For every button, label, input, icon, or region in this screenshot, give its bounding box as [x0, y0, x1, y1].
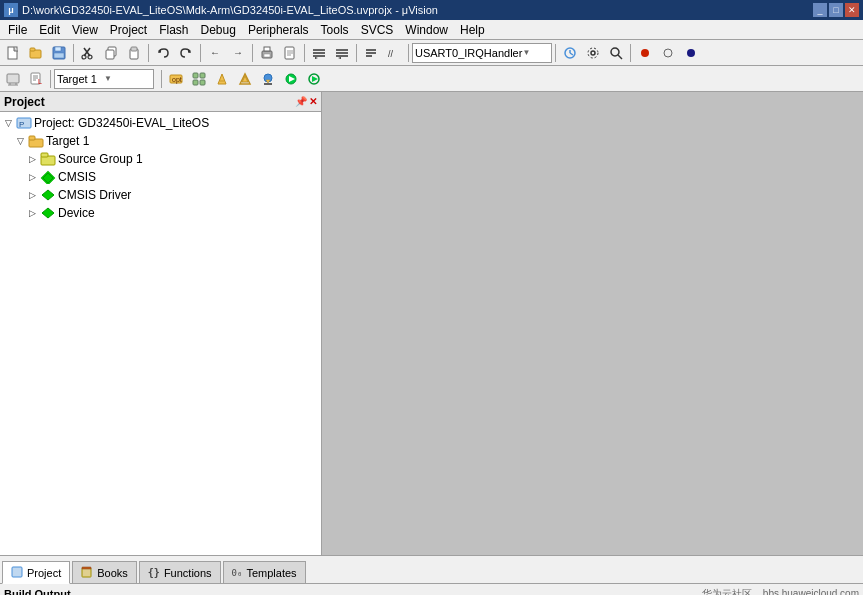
tb2-sep2 — [161, 70, 162, 88]
build-button[interactable] — [211, 68, 233, 90]
tree-label-cmsis: CMSIS — [58, 170, 96, 184]
functions-tab-label: Functions — [164, 567, 212, 579]
project-panel-title: Project — [4, 95, 45, 109]
settings-button[interactable] — [582, 42, 604, 64]
play-button[interactable] — [657, 42, 679, 64]
function-dropdown[interactable]: USART0_IRQHandler ▼ — [412, 43, 552, 63]
tab-project[interactable]: Project — [2, 561, 70, 584]
svg-point-8 — [82, 55, 86, 59]
svg-marker-80 — [42, 208, 54, 218]
svg-rect-5 — [54, 53, 64, 58]
target-icon — [28, 134, 44, 148]
nav-back-button[interactable]: ← — [204, 42, 226, 64]
tree-item-project[interactable]: ▽ P Project: GD32450i-EVAL_LiteOS — [0, 114, 321, 132]
tb2-btn1[interactable] — [2, 68, 24, 90]
tree-item-cmsis[interactable]: ▷ CMSIS — [0, 168, 321, 186]
toggle-device[interactable]: ▷ — [26, 207, 38, 219]
project-panel-header: Project 📌 ✕ — [0, 92, 321, 112]
goto-button[interactable] — [559, 42, 581, 64]
uncomment-button[interactable]: // — [383, 42, 405, 64]
menu-item-window[interactable]: Window — [399, 21, 454, 39]
toggle-target1[interactable]: ▽ — [14, 135, 26, 147]
tree-item-cmsis-driver[interactable]: ▷ CMSIS Driver — [0, 186, 321, 204]
svg-line-37 — [570, 53, 573, 55]
outdent-button[interactable] — [331, 42, 353, 64]
search-button[interactable] — [605, 42, 627, 64]
svg-rect-56 — [193, 73, 198, 78]
menu-item-edit[interactable]: Edit — [33, 21, 66, 39]
indent-button[interactable] — [308, 42, 330, 64]
menu-item-svcs[interactable]: SVCS — [355, 21, 400, 39]
menu-item-tools[interactable]: Tools — [315, 21, 355, 39]
website-text: bbs.huaweicloud.com — [763, 588, 859, 596]
app-icon: μ — [4, 3, 18, 17]
svg-rect-57 — [200, 73, 205, 78]
svg-marker-79 — [42, 190, 54, 200]
menu-item-debug[interactable]: Debug — [195, 21, 242, 39]
templates-tab-label: Templates — [246, 567, 296, 579]
close-button[interactable]: ✕ — [845, 3, 859, 17]
target-dropdown[interactable]: Target 1 ▼ — [54, 69, 154, 89]
target-dropdown-arrow: ▼ — [104, 74, 151, 83]
print-button[interactable] — [256, 42, 278, 64]
toolbar-separator — [73, 44, 74, 62]
rebuild-button[interactable] — [234, 68, 256, 90]
toggle-cmsis[interactable]: ▷ — [26, 171, 38, 183]
toggle-cmsis-driver[interactable]: ▷ — [26, 189, 38, 201]
debug-button[interactable] — [280, 68, 302, 90]
tree-item-source-group[interactable]: ▷ Source Group 1 — [0, 150, 321, 168]
svg-rect-2 — [30, 48, 35, 51]
toolbar-separator-9 — [630, 44, 631, 62]
undo-button[interactable] — [152, 42, 174, 64]
save-button[interactable] — [48, 42, 70, 64]
tree-item-device[interactable]: ▷ Device — [0, 204, 321, 222]
toggle-project[interactable]: ▽ — [2, 117, 14, 129]
manage-components-button[interactable] — [188, 68, 210, 90]
copy-button[interactable] — [100, 42, 122, 64]
svg-text://: // — [388, 49, 394, 59]
svg-point-44 — [687, 49, 695, 57]
tab-books[interactable]: Books — [72, 561, 137, 583]
editor-area — [322, 92, 863, 555]
redo-button[interactable] — [175, 42, 197, 64]
svg-marker-30 — [338, 57, 341, 59]
cut-button[interactable] — [77, 42, 99, 64]
panel-close-button[interactable]: ✕ — [309, 96, 317, 107]
pin-button[interactable]: 📌 — [295, 96, 307, 107]
svg-point-40 — [611, 48, 619, 56]
menu-item-file[interactable]: File — [2, 21, 33, 39]
open-file-button[interactable] — [25, 42, 47, 64]
tree-label-target1: Target 1 — [46, 134, 89, 148]
menu-item-view[interactable]: View — [66, 21, 104, 39]
tree-item-target1[interactable]: ▽ Target 1 — [0, 132, 321, 150]
tab-templates[interactable]: 0₀ Templates — [223, 561, 306, 583]
tab-functions[interactable]: {} Functions — [139, 561, 221, 583]
menu-item-peripherals[interactable]: Peripherals — [242, 21, 315, 39]
functions-tab-icon: {} — [148, 567, 160, 578]
tree-label-cmsis-driver: CMSIS Driver — [58, 188, 131, 202]
bookmark-button[interactable] — [279, 42, 301, 64]
paste-button[interactable] — [123, 42, 145, 64]
target-options-button[interactable]: opt — [165, 68, 187, 90]
maximize-button[interactable]: □ — [829, 3, 843, 17]
tb2-btn2[interactable]: L — [25, 68, 47, 90]
toggle-source-group[interactable]: ▷ — [26, 153, 38, 165]
nav-forward-button[interactable]: → — [227, 42, 249, 64]
svg-rect-17 — [264, 47, 270, 51]
record-button[interactable] — [634, 42, 656, 64]
stop-button[interactable] — [680, 42, 702, 64]
download-button[interactable] — [257, 68, 279, 90]
menu-item-flash[interactable]: Flash — [153, 21, 194, 39]
menu-item-help[interactable]: Help — [454, 21, 491, 39]
menu-item-project[interactable]: Project — [104, 21, 153, 39]
source-group-icon — [40, 152, 56, 166]
svg-rect-4 — [55, 47, 61, 51]
svg-rect-58 — [193, 80, 198, 85]
svg-point-39 — [588, 48, 598, 58]
tree-label-project: Project: GD32450i-EVAL_LiteOS — [34, 116, 209, 130]
comment-button[interactable] — [360, 42, 382, 64]
new-file-button[interactable] — [2, 42, 24, 64]
debug-without-button[interactable] — [303, 68, 325, 90]
minimize-button[interactable]: _ — [813, 3, 827, 17]
svg-rect-76 — [41, 153, 48, 157]
